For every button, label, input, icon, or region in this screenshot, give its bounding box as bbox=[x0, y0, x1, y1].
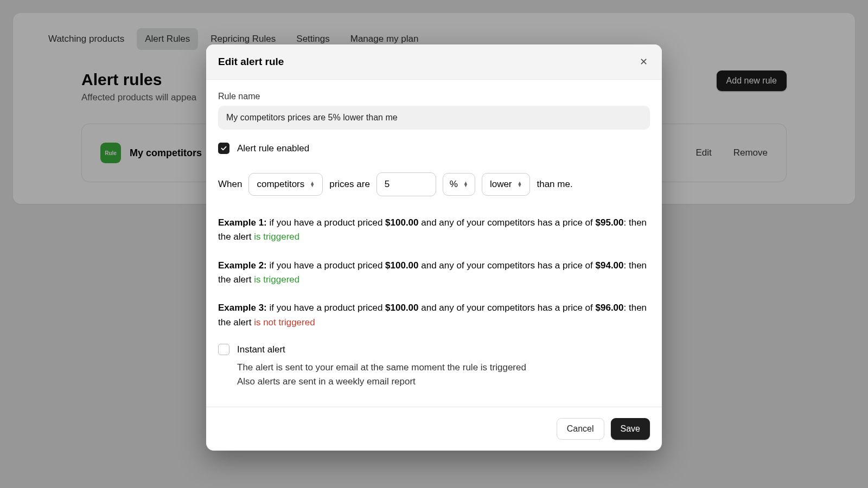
who-select[interactable]: competitors ▲▼ bbox=[248, 173, 323, 196]
example-1: Example 1: if you have a product priced … bbox=[218, 216, 650, 245]
rule-sentence: When competitors ▲▼ prices are % ▲▼ lowe… bbox=[218, 172, 650, 196]
rule-name-input[interactable] bbox=[218, 106, 650, 130]
unit-select[interactable]: % ▲▼ bbox=[443, 173, 475, 196]
instant-desc-1: The alert is sent to your email at the s… bbox=[237, 361, 650, 375]
instant-desc-2: Also alerts are sent in a weekly email r… bbox=[237, 375, 650, 389]
edit-alert-rule-modal: Edit alert rule ✕ Rule name Alert rule e… bbox=[206, 44, 662, 451]
modal-header: Edit alert rule ✕ bbox=[206, 44, 662, 80]
alert-enabled-checkbox[interactable] bbox=[218, 143, 229, 154]
close-icon: ✕ bbox=[640, 56, 648, 68]
updown-icon: ▲▼ bbox=[463, 182, 468, 187]
check-icon bbox=[220, 145, 227, 152]
modal-title: Edit alert rule bbox=[218, 56, 284, 68]
instant-alert-label: Instant alert bbox=[237, 344, 285, 355]
example-3-label: Example 3: bbox=[218, 303, 267, 313]
example-3-result: is not triggered bbox=[254, 317, 315, 328]
alert-enabled-label: Alert rule enabled bbox=[237, 143, 309, 154]
close-button[interactable]: ✕ bbox=[637, 55, 650, 68]
examples-block: Example 1: if you have a product priced … bbox=[218, 216, 650, 330]
example-2-label: Example 2: bbox=[218, 260, 267, 271]
modal-footer: Cancel Save bbox=[206, 407, 662, 451]
direction-select-value: lower bbox=[490, 179, 512, 190]
save-button[interactable]: Save bbox=[611, 418, 650, 440]
rule-name-label: Rule name bbox=[218, 92, 650, 101]
updown-icon: ▲▼ bbox=[518, 182, 522, 187]
instant-alert-checkbox[interactable] bbox=[218, 344, 229, 355]
example-2: Example 2: if you have a product priced … bbox=[218, 259, 650, 287]
who-select-value: competitors bbox=[257, 179, 304, 190]
example-2-result: is triggered bbox=[254, 274, 299, 285]
example-3: Example 3: if you have a product priced … bbox=[218, 301, 650, 330]
sentence-prices-are: prices are bbox=[329, 179, 370, 190]
cancel-button[interactable]: Cancel bbox=[557, 418, 604, 440]
modal-overlay[interactable]: Edit alert rule ✕ Rule name Alert rule e… bbox=[0, 0, 868, 488]
unit-select-value: % bbox=[450, 179, 458, 190]
direction-select[interactable]: lower ▲▼ bbox=[482, 173, 531, 196]
sentence-than-me: than me. bbox=[537, 179, 572, 190]
example-1-label: Example 1: bbox=[218, 217, 267, 228]
example-1-result: is triggered bbox=[254, 232, 299, 242]
updown-icon: ▲▼ bbox=[310, 182, 315, 187]
threshold-input[interactable] bbox=[376, 172, 436, 196]
sentence-when: When bbox=[218, 179, 242, 190]
